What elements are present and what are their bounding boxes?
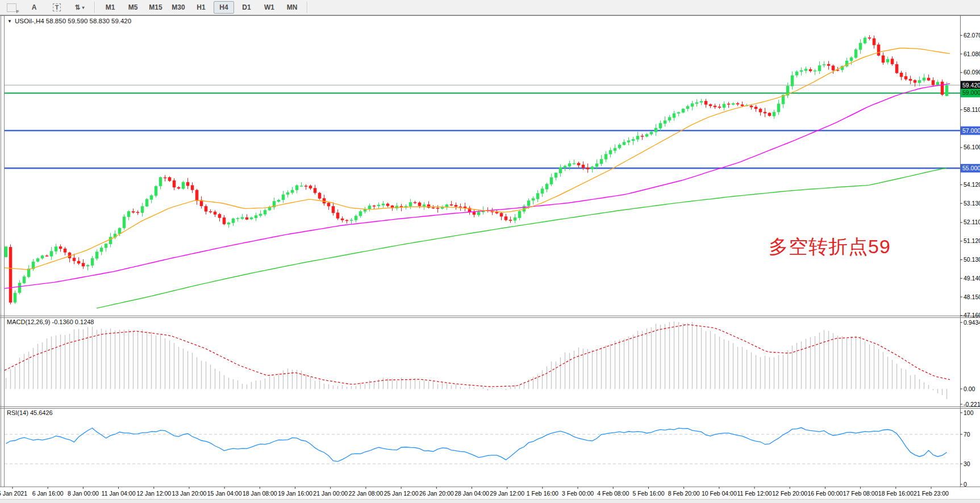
arrows-tool-button[interactable]: ⇅▾ — [69, 1, 90, 14]
candle-down — [336, 213, 339, 219]
time-axis[interactable]: 5 Jan 20216 Jan 16:008 Jan 00:0011 Jan 0… — [0, 487, 949, 497]
candle-down — [9, 247, 12, 303]
candle-down — [341, 219, 344, 220]
candle-down — [809, 69, 812, 71]
candle-down — [909, 79, 912, 81]
candle-up — [695, 103, 698, 104]
candle-up — [568, 164, 571, 166]
price-axis-label: 51.120 — [964, 237, 980, 244]
candle-up — [600, 159, 603, 164]
timeframe-button-m5[interactable]: M5 — [123, 1, 143, 14]
candle-down — [436, 208, 439, 208]
candle-up — [86, 265, 89, 266]
candle-down — [177, 187, 180, 188]
candle-down — [64, 249, 66, 252]
candle-up — [150, 196, 153, 200]
candle-down — [454, 205, 457, 207]
time-axis-label: 5 Jan 2021 — [0, 490, 27, 497]
candle-down — [168, 177, 171, 181]
candle-down — [882, 56, 885, 62]
candle-up — [604, 154, 607, 160]
price-badge-label: 57.000 — [962, 127, 980, 134]
price-axis-label: 47.160 — [964, 312, 980, 318]
candle-up — [141, 207, 144, 213]
candle-up — [227, 223, 230, 224]
candle-down — [754, 107, 757, 109]
font-tool-button[interactable]: A — [24, 1, 44, 14]
rsi-axis-label: 70 — [964, 431, 970, 438]
candle-up — [791, 76, 794, 86]
candle-up — [355, 216, 357, 220]
candle-up — [145, 199, 148, 206]
candle-up — [241, 217, 244, 219]
grid-properties-icon[interactable]: F — [1, 1, 22, 14]
candle-up — [818, 65, 821, 70]
macd-axis-label: 0.9434 — [964, 319, 980, 326]
macd-axis-label: -0.2213 — [964, 401, 980, 408]
price-axis-label: 49.140 — [964, 275, 980, 282]
timeframe-button-m1[interactable]: M1 — [100, 1, 120, 14]
candle-up — [159, 177, 162, 186]
candle-down — [759, 109, 762, 112]
candle-up — [423, 205, 426, 207]
candle-up — [686, 106, 689, 108]
candle-down — [245, 217, 248, 219]
candle-up — [559, 167, 562, 173]
candle-down — [768, 113, 771, 116]
candle-up — [377, 205, 380, 206]
chart-text-annotation: 多空转折点59 — [769, 234, 891, 260]
timeframe-button-m30[interactable]: M30 — [168, 1, 189, 14]
candle-up — [282, 195, 285, 200]
candle-up — [595, 164, 598, 166]
mt4-window: { "toolbar": { "tools": [ {"name": "grid… — [0, 0, 980, 503]
candle-down — [736, 103, 739, 104]
candle-up — [41, 255, 44, 258]
candle-up — [91, 258, 94, 265]
candle-up — [123, 217, 126, 228]
candle-down — [741, 104, 744, 106]
rsi-panel: 10070300 — [5, 409, 974, 488]
candle-down — [314, 188, 316, 193]
candle-up — [277, 200, 280, 202]
candle-down — [77, 261, 80, 263]
candle-up — [573, 164, 576, 164]
candle-up — [127, 211, 130, 217]
rsi-axis-label: 30 — [964, 460, 970, 467]
candle-up — [532, 199, 535, 200]
text-tool-button[interactable]: T — [47, 1, 67, 14]
collapse-triangle-icon[interactable]: ▼ — [7, 19, 12, 24]
timeframe-button-d1[interactable]: D1 — [236, 1, 257, 14]
timeframe-button-w1[interactable]: W1 — [259, 1, 280, 14]
candle-down — [205, 206, 207, 211]
time-axis-label: 19 Jan 16:00 — [278, 490, 312, 497]
text-tool-icon: T — [53, 3, 61, 11]
candle-up — [564, 166, 566, 167]
candle-down — [704, 101, 707, 104]
candle-up — [777, 104, 780, 112]
timeframe-button-h1[interactable]: H1 — [191, 1, 211, 14]
price-badge-label: 55.000 — [962, 165, 980, 171]
candle-down — [309, 186, 312, 188]
candle-down — [750, 106, 753, 107]
time-axis-label: 21 Jan 00:00 — [313, 490, 348, 497]
candle-down — [914, 80, 916, 82]
rsi-axis-label: 100 — [964, 409, 974, 416]
candle-up — [445, 205, 448, 207]
candle-up — [614, 148, 616, 150]
candle-down — [173, 181, 176, 187]
candle-down — [827, 64, 830, 66]
time-axis-label: 16 Feb 00:00 — [807, 490, 843, 497]
candle-down — [82, 263, 85, 266]
candle-up — [350, 220, 353, 221]
candle-up — [109, 237, 112, 244]
macd-panel: 0.94340.00-0.2213 — [5, 319, 980, 408]
candle-down — [459, 207, 462, 207]
timeframe-button-m15[interactable]: M15 — [145, 1, 166, 14]
timeframe-button-mn[interactable]: MN — [282, 1, 302, 14]
candle-down — [941, 82, 944, 95]
candle-up — [545, 184, 548, 189]
price-axis[interactable]: 62.07061.08060.09058.11056.10054.12053.1… — [960, 32, 980, 319]
candle-down — [891, 59, 894, 64]
timeframe-button-h4[interactable]: H4 — [214, 1, 234, 14]
candle-up — [18, 283, 21, 293]
